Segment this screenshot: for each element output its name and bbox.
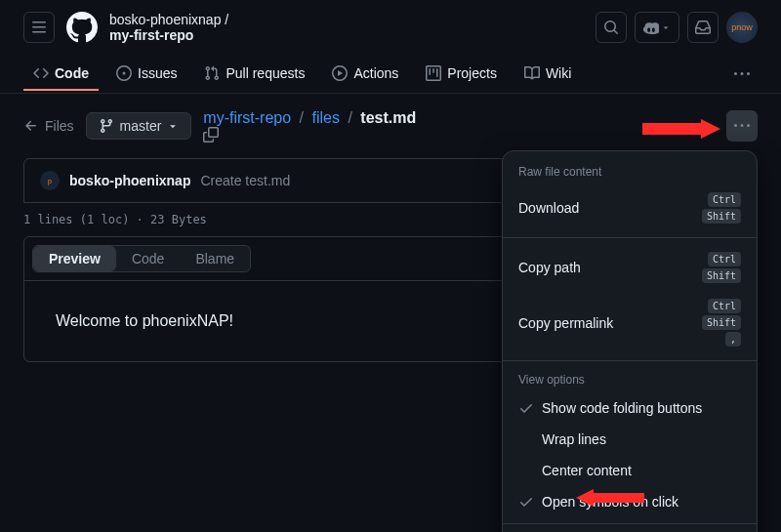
header-right: pnow (596, 12, 758, 43)
checkmark-icon (518, 400, 534, 416)
breadcrumb-dir-link[interactable]: files (312, 109, 340, 126)
kbd: Shift (702, 315, 741, 330)
view-tab-code[interactable]: Code (116, 246, 180, 271)
nav-tabs-left: Code Issues Pull requests Actions Projec… (23, 58, 581, 91)
dropdown-copy-path[interactable]: Copy path Ctrl Shift (503, 244, 757, 291)
dropdown-copy-permalink-label: Copy permalink (518, 315, 613, 331)
kbd: Ctrl (708, 252, 741, 266)
dropdown-divider (503, 360, 757, 361)
copy-icon (203, 127, 219, 143)
inbox-icon (695, 20, 711, 35)
tab-pulls-label: Pull requests (226, 65, 305, 81)
dropdown-divider (503, 523, 757, 524)
commit-author[interactable]: bosko-phoenixnap (69, 173, 190, 188)
file-actions-button[interactable] (726, 110, 758, 142)
dropdown-center-label: Center content (542, 463, 632, 478)
dropdown-folding-label: Show code folding buttons (542, 400, 702, 416)
github-icon (66, 12, 98, 43)
header-left: bosko-phoenixnap / my-first-repo (23, 12, 228, 43)
dropdown-symbols-label: Open symbols on click (542, 494, 678, 510)
hamburger-icon (31, 20, 47, 35)
dropdown-raw-label: Raw file content (503, 159, 757, 184)
tab-pull-requests[interactable]: Pull requests (194, 58, 314, 91)
kbd: Shift (702, 268, 741, 283)
dropdown-copy-permalink[interactable]: Copy permalink Ctrl Shift , (503, 291, 757, 354)
dropdown-download[interactable]: Download Ctrl Shift (503, 184, 757, 231)
dropdown-folding[interactable]: Show code folding buttons (503, 392, 757, 424)
kebab-icon (734, 118, 750, 134)
branch-selector[interactable]: master (86, 112, 192, 140)
wiki-icon (524, 65, 540, 81)
issues-icon (116, 65, 132, 81)
user-avatar[interactable]: pnow (726, 12, 758, 43)
kbd: Ctrl (708, 299, 741, 313)
arrow-left-icon (23, 118, 39, 134)
branch-name: master (120, 118, 162, 134)
view-tab-preview[interactable]: Preview (33, 246, 116, 271)
kebab-icon (734, 66, 750, 82)
dropdown-divider (503, 237, 757, 238)
tab-wiki-label: Wiki (546, 65, 571, 81)
checkmark-icon (518, 494, 534, 510)
pull-request-icon (204, 65, 220, 81)
github-logo[interactable] (66, 12, 98, 43)
dropdown-wrap-label: Wrap lines (542, 431, 606, 447)
actions-icon (332, 65, 348, 81)
file-header-left: Files master my-first-repo / files / tes… (23, 109, 422, 143)
tab-projects[interactable]: Projects (416, 58, 507, 91)
breadcrumb-repo-link[interactable]: my-first-repo (203, 109, 291, 126)
branch-icon (99, 118, 114, 134)
view-tab-group: Preview Code Blame (32, 245, 251, 272)
back-to-files[interactable]: Files (23, 118, 74, 134)
kbd: Ctrl (708, 192, 741, 207)
dropdown-symbols[interactable]: Open symbols on click (503, 486, 757, 517)
view-tab-blame[interactable]: Blame (180, 246, 250, 271)
avatar-text: pnow (731, 22, 753, 32)
projects-icon (426, 65, 441, 81)
repo-owner-link[interactable]: bosko-phoenixnap (109, 12, 221, 27)
file-breadcrumb: my-first-repo / files / test.md (203, 109, 422, 143)
dropdown-center[interactable]: Center content (503, 455, 757, 486)
tab-code[interactable]: Code (23, 58, 99, 91)
copilot-icon (643, 20, 659, 35)
search-button[interactable] (596, 12, 627, 43)
commit-author-avatar[interactable]: p (40, 171, 60, 190)
repo-breadcrumb: bosko-phoenixnap / my-first-repo (109, 12, 228, 43)
tab-wiki[interactable]: Wiki (514, 58, 581, 91)
dropdown-copy-path-label: Copy path (518, 260, 581, 275)
tab-issues-label: Issues (138, 65, 177, 81)
code-icon (33, 65, 49, 81)
tab-actions[interactable]: Actions (322, 58, 408, 91)
dropdown-wrap[interactable]: Wrap lines (503, 424, 757, 455)
inbox-button[interactable] (687, 12, 719, 43)
commit-message[interactable]: Create test.md (200, 173, 290, 188)
breadcrumb-current: test.md (360, 109, 416, 126)
dropdown-download-label: Download (518, 200, 579, 216)
tab-issues[interactable]: Issues (106, 58, 186, 91)
file-header: Files master my-first-repo / files / tes… (0, 94, 781, 158)
file-actions-dropdown: Raw file content Download Ctrl Shift Cop… (502, 150, 758, 532)
chevron-down-icon (661, 22, 671, 32)
search-icon (603, 20, 619, 35)
kbd: Shift (702, 209, 741, 224)
app-header: bosko-phoenixnap / my-first-repo pnow (0, 0, 781, 55)
tab-code-label: Code (55, 65, 89, 81)
menu-toggle-button[interactable] (23, 12, 55, 43)
copy-path-button[interactable] (203, 127, 422, 143)
tab-actions-label: Actions (353, 65, 398, 81)
back-label: Files (45, 118, 74, 134)
repo-name-link[interactable]: my-first-repo (109, 27, 193, 43)
chevron-down-icon (167, 120, 179, 132)
dropdown-view-label: View options (503, 367, 757, 392)
copilot-button[interactable] (635, 12, 679, 43)
kbd: , (725, 332, 741, 347)
nav-more-button[interactable] (726, 61, 758, 88)
repo-nav-tabs: Code Issues Pull requests Actions Projec… (0, 55, 781, 94)
tab-projects-label: Projects (447, 65, 497, 81)
